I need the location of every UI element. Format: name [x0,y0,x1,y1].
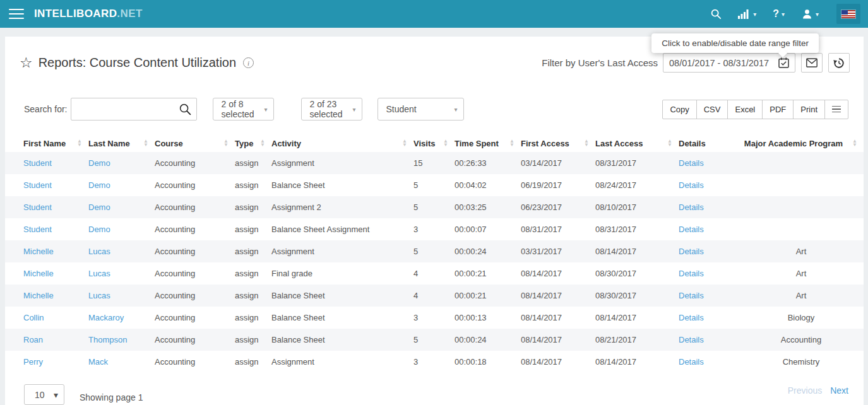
last_name-link[interactable]: Demo [88,158,110,168]
last_name-link[interactable]: Demo [88,202,110,212]
column-header-major[interactable]: Major Academic Program▲▼ [739,134,864,152]
column-header-last_access[interactable]: Last Access▲▼ [595,134,679,152]
history-button[interactable] [828,53,850,73]
details-link[interactable]: Details [679,291,704,300]
first_name-link[interactable]: Student [23,180,52,190]
courses-filter-select[interactable]: 2 of 8 selected ▾ [213,98,274,120]
cell-major [739,174,864,196]
column-header-last_name[interactable]: Last Name▲▼ [88,134,155,152]
stats-dropdown[interactable]: ▾ [738,9,756,19]
favorite-star-icon[interactable]: ☆ [20,56,33,70]
details-link[interactable]: Details [679,202,704,212]
details-link[interactable]: Details [679,158,704,168]
cell-course: Accounting [155,285,235,307]
first_name-link[interactable]: Michelle [23,247,54,256]
sort-icon[interactable]: ▲▼ [143,139,148,147]
column-header-activity[interactable]: Activity▲▼ [271,134,413,152]
first_name-link[interactable]: Collin [23,313,44,322]
cell-time_spent: 00:00:21 [455,262,521,285]
last_name-link[interactable]: Thompson [88,335,127,344]
first_name-link[interactable]: Student [23,158,52,168]
cell-course: Accounting [155,174,235,196]
last_name-link[interactable]: Mackaroy [88,313,124,322]
sort-icon[interactable]: ▲▼ [77,139,82,147]
calendar-check-icon[interactable] [778,57,789,68]
first_name-link[interactable]: Perry [23,357,43,367]
search-icon[interactable] [179,103,191,115]
sort-icon[interactable]: ▲▼ [260,139,265,147]
details-link[interactable]: Details [679,313,704,322]
details-link[interactable]: Details [679,269,704,278]
column-header-first_name[interactable]: First Name▲▼ [5,134,88,152]
last_name-link[interactable]: Lucas [88,247,110,256]
next-page-link[interactable]: Next [830,385,848,396]
sort-icon[interactable]: ▲▼ [223,139,229,147]
copy-button[interactable]: Copy [662,100,696,119]
date-filter-tooltip: Click to enable/disable date range filte… [651,33,819,53]
details-link[interactable]: Details [679,247,704,256]
pdf-button[interactable]: PDF [762,100,794,119]
activities-filter-select[interactable]: 2 of 23 selected ▾ [301,98,362,120]
previous-page-link: Previous [788,385,822,396]
cell-activity: Balance Sheet Assignment [271,218,413,240]
last_name-link[interactable]: Mack [88,357,108,367]
last_name-link[interactable]: Demo [88,180,110,190]
details-link[interactable]: Details [679,357,704,367]
cell-first_name: Collin [5,307,88,329]
user-dropdown[interactable]: ▾ [801,8,819,20]
cell-activity: Assignment [271,351,413,373]
column-header-time_spent[interactable]: Time Spent▲▼ [455,134,521,152]
chevron-down-icon: ▾ [264,106,267,113]
page-size-select[interactable]: 10 ▾ [24,384,64,405]
role-filter-select[interactable]: Student ▾ [378,98,464,120]
first_name-link[interactable]: Michelle [23,291,54,300]
details-link[interactable]: Details [679,225,704,234]
last_name-link[interactable]: Lucas [88,291,110,300]
brand-logo[interactable]: INTELLIBOARD.NET [34,8,143,20]
cell-last_access: 08/14/2017 [595,240,679,262]
details-link[interactable]: Details [679,180,704,190]
cell-last_name: Lucas [88,285,155,307]
column-header-first_access[interactable]: First Access▲▼ [521,134,595,152]
cell-type: assign [235,329,271,351]
column-header-course[interactable]: Course▲▼ [155,134,235,152]
first_name-link[interactable]: Roan [23,335,43,344]
info-icon[interactable]: i [243,57,254,68]
cell-last_access: 08/30/2017 [595,285,679,307]
table-row: MichelleLucasAccountingassignAssignment5… [5,240,864,262]
sort-icon[interactable]: ▲▼ [509,139,514,147]
cell-last_name: Demo [88,196,155,218]
details-link[interactable]: Details [679,335,704,344]
cell-activity: Assignment [271,152,413,174]
cell-first_name: Student [5,218,88,240]
print-button[interactable]: Print [793,100,825,119]
sort-icon[interactable]: ▲▼ [852,139,857,147]
columns-menu-button[interactable] [824,100,848,119]
cell-first_name: Student [5,174,88,196]
sort-icon[interactable]: ▲▼ [584,139,589,147]
first_name-link[interactable]: Student [23,202,52,212]
first_name-link[interactable]: Michelle [23,269,54,278]
sort-icon[interactable]: ▲▼ [667,139,672,147]
csv-button[interactable]: CSV [696,100,728,119]
sort-icon[interactable]: ▲▼ [443,139,448,147]
last_name-link[interactable]: Lucas [88,269,110,278]
last_name-link[interactable]: Demo [88,225,110,234]
column-header-visits[interactable]: Visits▲▼ [413,134,455,152]
cell-time_spent: 00:04:02 [455,174,521,196]
cell-first_name: Michelle [5,240,88,262]
search-icon[interactable] [710,8,722,20]
menu-icon[interactable] [9,9,24,19]
sort-icon[interactable]: ▲▼ [402,139,407,147]
column-header-type[interactable]: Type▲▼ [235,134,271,152]
search-input[interactable] [76,104,179,114]
help-dropdown[interactable]: ? ▾ [773,8,785,20]
first_name-link[interactable]: Student [23,225,52,234]
excel-button[interactable]: Excel [727,100,763,119]
language-flag-button[interactable] [836,4,860,24]
cell-last_access: 08/14/2017 [595,351,679,373]
pagination: Previous Next [788,385,848,396]
date-range-input[interactable]: 08/01/2017 - 08/31/2017 [663,53,795,73]
email-report-button[interactable] [801,53,823,73]
user-icon [801,8,813,20]
